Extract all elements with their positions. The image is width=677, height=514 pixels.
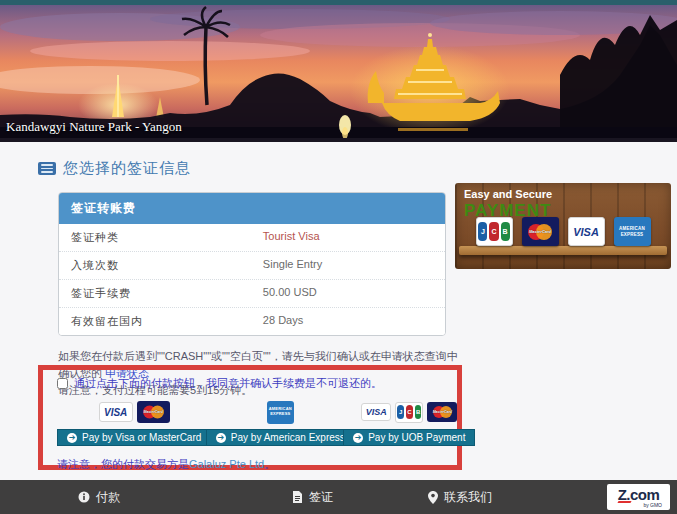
pay-visa-mastercard-button[interactable]: ➔ Pay by Visa or MasterCard bbox=[57, 429, 211, 446]
footer-item-label: 付款 bbox=[96, 489, 120, 506]
visa-card-icon: VISA bbox=[568, 217, 605, 246]
row-label: 签证手续费 bbox=[71, 286, 263, 301]
row-value: 28 Days bbox=[263, 314, 433, 329]
table-row: 入境次数 Single Entry bbox=[59, 251, 445, 279]
list-card-icon bbox=[38, 162, 56, 175]
agree-label: 通过点击下面的付款按钮，我同意并确认手续费是不可退还的。 bbox=[74, 376, 382, 391]
footer-bar: 付款 签证 联系我们 Z.com by GMO bbox=[0, 480, 677, 514]
promo-line1: Easy and Secure bbox=[464, 188, 552, 200]
table-row: 有效留在国内 28 Days bbox=[59, 307, 445, 335]
amex-column: American Express ➔ Pay by American Expre… bbox=[211, 399, 349, 446]
visa-table-header: 签证转账费 bbox=[59, 193, 445, 224]
arrow-circle-icon: ➔ bbox=[216, 433, 226, 443]
pay-uob-button[interactable]: ➔ Pay by UOB Payment bbox=[343, 429, 475, 446]
arrow-circle-icon: ➔ bbox=[67, 433, 77, 443]
row-value: 50.00 USD bbox=[263, 286, 433, 301]
uob-column: VISA JCB MasterCard ➔ Pay by UOB Payment bbox=[349, 399, 469, 446]
document-icon bbox=[292, 491, 303, 503]
info-icon bbox=[78, 491, 90, 503]
table-row: 签证种类 Tourist Visa bbox=[59, 224, 445, 251]
footer-item-label: 签证 bbox=[309, 489, 333, 506]
mastercard-logo-icon: MasterCard bbox=[137, 401, 170, 423]
footer-item-visa[interactable]: 签证 bbox=[292, 480, 333, 514]
footer-item-payment[interactable]: 付款 bbox=[78, 480, 120, 514]
visa-logo-icon: VISA bbox=[99, 402, 133, 422]
payment-options-box: 通过点击下面的付款按钮，我同意并确认手续费是不可退还的。 VISA Master… bbox=[38, 365, 462, 470]
row-label: 签证种类 bbox=[71, 230, 263, 245]
row-value: Tourist Visa bbox=[263, 230, 433, 245]
zcom-logo-text: Z.com bbox=[618, 487, 660, 502]
visa-logo-icon: VISA bbox=[361, 403, 391, 421]
banner-caption: Kandawgyi Nature Park - Yangon bbox=[6, 119, 182, 135]
merchant-company: Galaluz Pte Ltd bbox=[189, 458, 264, 470]
mastercard-icon: MasterCard bbox=[522, 217, 559, 246]
jcb-logo-icon: JCB bbox=[395, 402, 423, 423]
wooden-shelf bbox=[459, 246, 667, 255]
mastercard-logo-icon: MasterCard bbox=[427, 402, 457, 422]
footer-item-label: 联系我们 bbox=[444, 489, 492, 506]
table-row: 签证手续费 50.00 USD bbox=[59, 279, 445, 307]
agree-checkbox[interactable] bbox=[57, 378, 68, 389]
footer-item-contact[interactable]: 联系我们 bbox=[428, 480, 492, 514]
amex-logo-icon: American Express bbox=[267, 401, 294, 424]
banner-image: Kandawgyi Nature Park - Yangon bbox=[0, 5, 677, 138]
zcom-logo-sub: by GMO bbox=[643, 503, 662, 508]
arrow-circle-icon: ➔ bbox=[353, 433, 363, 443]
page-title: 您选择的签证信息 bbox=[63, 159, 191, 178]
pay-amex-button[interactable]: ➔ Pay by American Express bbox=[206, 429, 355, 446]
row-value: Single Entry bbox=[263, 258, 433, 273]
secure-payment-banner: Easy and Secure PAYMENT JCB MasterCard V… bbox=[455, 183, 671, 269]
row-label: 入境次数 bbox=[71, 258, 263, 273]
row-label: 有效留在国内 bbox=[71, 314, 263, 329]
amex-card-icon: American Express bbox=[614, 217, 651, 246]
visa-info-table: 签证转账费 签证种类 Tourist Visa 入境次数 Single Entr… bbox=[58, 192, 446, 336]
zcom-logo[interactable]: Z.com by GMO bbox=[607, 484, 670, 510]
merchant-note: 请注意，您的付款交易方是Galaluz Pte Ltd。 bbox=[57, 457, 443, 472]
jcb-card-icon: JCB bbox=[476, 217, 513, 246]
location-icon bbox=[428, 491, 438, 504]
visa-mastercard-column: VISA MasterCard ➔ Pay by Visa or MasterC… bbox=[57, 399, 211, 446]
banner-underline bbox=[0, 138, 677, 142]
